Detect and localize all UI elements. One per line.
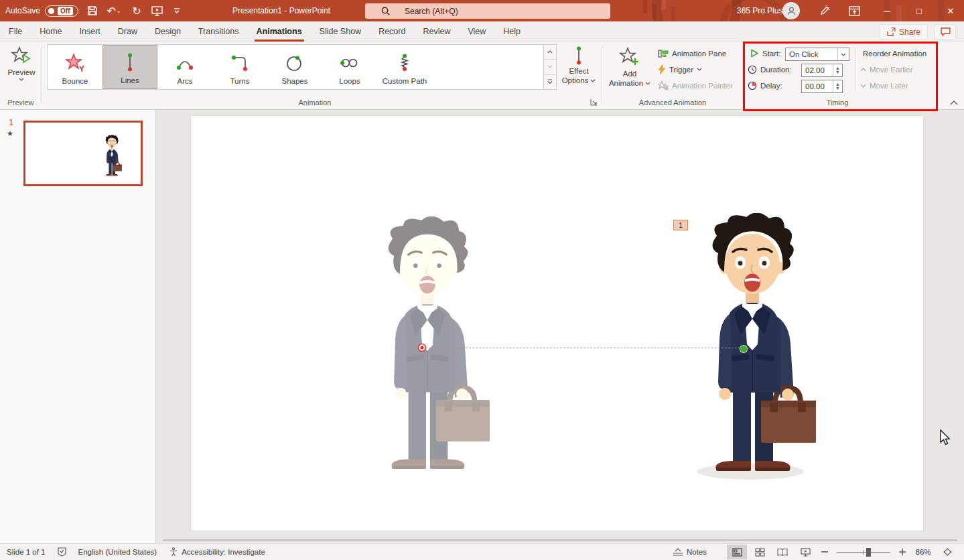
animation-painter-icon — [658, 80, 669, 90]
maximize-button[interactable]: □ — [906, 0, 933, 21]
dialog-launcher-icon — [590, 98, 598, 106]
autosave-knob-icon — [48, 8, 54, 14]
gallery-label-bounce: Bounce — [62, 77, 88, 85]
animation-group-label: Animation — [255, 98, 375, 107]
share-button[interactable]: Share — [880, 24, 928, 40]
close-button[interactable]: ✕ — [937, 0, 964, 21]
start-slideshow-button[interactable] — [148, 0, 165, 21]
animation-order-badge[interactable]: 1 — [673, 220, 688, 230]
slide-editor-area[interactable]: 1 — [156, 110, 964, 543]
start-dropdown-arrow[interactable] — [837, 48, 849, 60]
preview-button[interactable]: Preview — [5, 46, 38, 81]
preview-label: Preview — [8, 68, 36, 76]
tab-help[interactable]: Help — [494, 21, 529, 42]
undo-button[interactable]: ↶⌄ — [102, 0, 125, 21]
tab-design[interactable]: Design — [146, 21, 190, 42]
gallery-item-shapes[interactable]: Shapes — [267, 45, 322, 89]
businessman-figure[interactable] — [689, 213, 816, 481]
undo-icon: ↶ — [107, 5, 115, 17]
search-input[interactable]: Search (Alt+Q) — [365, 3, 610, 19]
normal-view-button[interactable] — [727, 545, 747, 559]
tab-file[interactable]: File — [0, 21, 31, 42]
tab-draw[interactable]: Draw — [109, 21, 146, 42]
spell-check-button[interactable] — [58, 547, 66, 557]
add-animation-button[interactable]: Add Animation — [607, 46, 652, 87]
zoom-level[interactable]: 86% — [912, 548, 935, 556]
tab-slide-show[interactable]: Slide Show — [311, 21, 370, 42]
animation-indicator-star-icon[interactable]: ★ — [7, 129, 13, 138]
animation-dialog-launcher[interactable] — [590, 98, 598, 107]
slide-show-view-button[interactable] — [795, 545, 815, 559]
motion-path-start-point[interactable] — [739, 344, 748, 354]
account-avatar[interactable] — [782, 0, 800, 21]
horizontal-scrollbar[interactable] — [163, 539, 957, 541]
gallery-more-button[interactable] — [544, 75, 556, 89]
tab-review[interactable]: Review — [414, 21, 459, 42]
tab-transitions[interactable]: Transitions — [190, 21, 248, 42]
delay-spinner[interactable]: 00.00 ▲▼ — [801, 80, 843, 93]
autosave-state: Off — [58, 7, 72, 15]
animation-pane-button[interactable]: Animation Pane — [658, 49, 726, 58]
animation-pane-icon — [658, 49, 669, 58]
slide-1-thumbnail[interactable] — [23, 121, 143, 186]
zoom-out-button[interactable] — [818, 545, 831, 559]
gallery-scroll-up-button[interactable] — [544, 45, 556, 60]
window-title: Presentation1 - PowerPoint — [214, 0, 348, 21]
tab-record[interactable]: Record — [370, 21, 414, 42]
start-dropdown[interactable]: On Click — [785, 48, 849, 61]
notes-button[interactable]: Notes — [673, 548, 707, 556]
timing-duration-row: Duration: — [748, 65, 792, 74]
delay-spin-buttons[interactable]: ▲▼ — [833, 80, 842, 92]
collapse-ribbon-button[interactable] — [950, 98, 958, 107]
timing-delay-row: Delay: — [748, 81, 782, 90]
slide-info[interactable]: Slide 1 of 1 — [7, 548, 46, 556]
tab-view[interactable]: View — [459, 21, 494, 42]
gallery-item-loops[interactable]: Loops — [322, 45, 377, 89]
minimize-button[interactable]: ─ — [874, 0, 900, 21]
duration-spin-buttons[interactable]: ▲▼ — [833, 64, 842, 76]
animation-painter-button[interactable]: Animation Painter — [658, 80, 733, 90]
add-animation-label-2: Animation — [609, 79, 643, 87]
redo-button[interactable]: ↻ — [128, 0, 145, 21]
motion-path-end-point[interactable] — [417, 343, 427, 352]
trigger-button[interactable]: Trigger — [658, 64, 702, 74]
autosave-label: AutoSave — [5, 6, 40, 15]
reading-view-icon — [777, 548, 788, 557]
redo-icon: ↻ — [132, 5, 141, 17]
move-later-button[interactable]: Move Later — [860, 82, 908, 90]
duration-spinner[interactable]: 02.00 ▲▼ — [801, 64, 843, 77]
comments-button[interactable] — [935, 24, 956, 40]
ink-button[interactable] — [816, 0, 833, 21]
gallery-scroll-down-button[interactable] — [544, 60, 556, 74]
language-button[interactable]: English (United States) — [78, 548, 157, 556]
delay-value: 00.00 — [805, 82, 825, 90]
customize-quick-access-button[interactable] — [168, 0, 186, 21]
zoom-in-button[interactable] — [896, 545, 909, 559]
effect-options-button[interactable]: Effect Options — [560, 46, 598, 84]
tab-home[interactable]: Home — [31, 21, 70, 42]
motion-path-line[interactable] — [422, 348, 744, 348]
move-earlier-button[interactable]: Move Earlier — [860, 66, 913, 74]
gallery-item-arcs[interactable]: Arcs — [157, 45, 212, 89]
tab-animations[interactable]: Animations — [248, 21, 311, 42]
gallery-item-custom-path[interactable]: Custom Path — [377, 45, 432, 89]
gallery-item-lines[interactable]: Lines — [102, 45, 157, 89]
arcs-path-icon — [174, 52, 196, 74]
zoom-slider[interactable] — [837, 552, 890, 553]
reading-view-button[interactable] — [772, 545, 793, 559]
save-button[interactable] — [84, 0, 101, 21]
gallery-item-bounce[interactable]: Bounce — [48, 45, 102, 89]
fit-to-window-button[interactable] — [937, 545, 957, 559]
preview-star-play-icon — [11, 46, 32, 67]
autosave-toggle[interactable]: AutoSave Off — [5, 0, 78, 21]
accessibility-button[interactable]: Accessibility: Investigate — [169, 547, 265, 557]
user-icon — [786, 6, 797, 16]
normal-view-icon — [732, 548, 742, 557]
slide-sorter-view-button[interactable] — [750, 545, 770, 559]
share-icon — [887, 27, 896, 36]
zoom-slider-thumb[interactable] — [866, 548, 871, 557]
shapes-path-icon — [283, 52, 306, 74]
tab-insert[interactable]: Insert — [71, 21, 109, 42]
ribbon-display-options-button[interactable] — [845, 0, 863, 21]
gallery-item-turns[interactable]: Turns — [212, 45, 267, 89]
